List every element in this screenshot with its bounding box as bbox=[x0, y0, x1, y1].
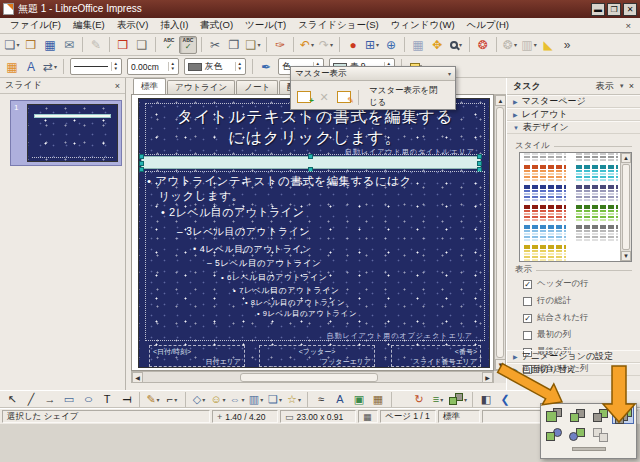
dropdown-arrow-icon[interactable]: ▾ bbox=[459, 41, 462, 48]
rename-master-button[interactable]: ✎ bbox=[335, 88, 353, 106]
checkbox-checked-icon[interactable]: ✓ bbox=[523, 314, 532, 323]
display-grid-button[interactable]: ▦ bbox=[409, 36, 427, 54]
curve-button[interactable]: ✎▾ bbox=[144, 391, 162, 407]
spinner-arrows-icon[interactable]: ▲▼ bbox=[111, 62, 118, 72]
checkbox-unchecked-icon[interactable] bbox=[523, 331, 532, 340]
slide-design-button[interactable]: ▥▾ bbox=[520, 36, 538, 54]
minimize-button[interactable]: ▬ bbox=[591, 3, 605, 16]
arrow-line-button[interactable]: → bbox=[41, 391, 59, 407]
gallery2-button[interactable]: ▦ bbox=[369, 391, 387, 407]
scroll-up-icon[interactable]: ▲ bbox=[495, 95, 506, 106]
checkbox-checked-icon[interactable]: ✓ bbox=[523, 280, 532, 289]
outline-level-3[interactable]: – 3レベル目のアウトライン bbox=[139, 225, 491, 239]
table-style-red[interactable] bbox=[524, 205, 566, 221]
table-style-slate[interactable] bbox=[576, 185, 618, 201]
table-style-blue[interactable] bbox=[524, 185, 566, 201]
checkbox-row-3[interactable]: 最初の列 bbox=[523, 329, 640, 341]
export-pdf-button[interactable]: ❒ bbox=[114, 36, 132, 54]
fill-dialog-button[interactable]: ✒ bbox=[257, 58, 275, 76]
from-file-button[interactable]: ▣ bbox=[350, 391, 368, 407]
tab-2[interactable]: ノート bbox=[236, 80, 278, 94]
checkbox-row-1[interactable]: 行の総計 bbox=[523, 295, 640, 307]
outline-level-4[interactable]: • 4レベル目のアウトライン bbox=[139, 243, 491, 256]
selection-handle[interactable] bbox=[139, 167, 144, 172]
in-front-of-object-button[interactable] bbox=[543, 425, 565, 443]
table-style-dark-gray[interactable] bbox=[576, 152, 618, 161]
connector-button[interactable]: ⌐▾ bbox=[163, 391, 181, 407]
task-section-1[interactable]: ▶レイアウト bbox=[507, 108, 640, 121]
menu-5[interactable]: ツール(T) bbox=[239, 18, 292, 33]
date-placeholder[interactable]: <日付/時刻> 日付エリア bbox=[149, 345, 245, 367]
spinner-arrows-icon[interactable]: ▲▼ bbox=[235, 62, 242, 72]
outline-level-6[interactable]: • 6レベル目のアウトライン bbox=[139, 272, 491, 283]
vertical-scrollbar[interactable]: ▲ ▼ bbox=[494, 94, 506, 371]
basic-shapes-button[interactable]: ◇▾ bbox=[190, 391, 208, 407]
horizontal-scrollbar[interactable]: ◀ ▶ bbox=[131, 371, 494, 383]
menu-0[interactable]: ファイル(F) bbox=[4, 18, 67, 33]
outline-level-8[interactable]: • 8レベル目のアウトライン bbox=[139, 298, 491, 308]
dropdown-arrow-icon[interactable]: ▾ bbox=[241, 396, 244, 403]
task-bottom-section-1[interactable]: ▶画面切り替え bbox=[507, 363, 640, 376]
save-button[interactable]: ▦ bbox=[41, 36, 59, 54]
symbol-shapes-button[interactable]: ☺▾ bbox=[209, 391, 227, 407]
checkbox-row-2[interactable]: ✓結合された行 bbox=[523, 312, 640, 324]
dropdown-arrow-icon[interactable]: ▾ bbox=[298, 396, 301, 403]
toolbar-overflow-button[interactable]: » bbox=[558, 36, 576, 54]
selection-handle[interactable] bbox=[477, 154, 482, 159]
spellcheck-button[interactable]: ABC✓ bbox=[160, 36, 178, 54]
scroll-down-icon[interactable]: ▼ bbox=[495, 359, 506, 370]
table-design-button[interactable]: ▦ bbox=[3, 58, 21, 76]
send-backward-button[interactable] bbox=[589, 406, 611, 424]
tasks-view-menu[interactable]: 表示 bbox=[596, 80, 614, 93]
dropdown-arrow-icon[interactable]: ▾ bbox=[257, 41, 260, 48]
block-arrows-button[interactable]: ⇔▾ bbox=[228, 391, 246, 407]
horizontal-scroll-thumb[interactable] bbox=[240, 373, 378, 382]
dropdown-arrow-icon[interactable]: ▾ bbox=[330, 41, 333, 48]
format-paintbrush-button[interactable]: ✑ bbox=[271, 36, 289, 54]
dropdown-arrow-icon[interactable]: ▾ bbox=[260, 396, 263, 403]
table-style-gray[interactable] bbox=[524, 152, 566, 161]
new-document-button[interactable]: ❏▾ bbox=[3, 36, 21, 54]
footer-placeholder[interactable]: <フッター> フッターエリア bbox=[259, 345, 375, 367]
print-button[interactable]: ❑ bbox=[133, 36, 151, 54]
table-style-sky[interactable] bbox=[524, 225, 566, 241]
edit-file-button[interactable]: ✎ bbox=[87, 36, 105, 54]
selected-shape[interactable] bbox=[141, 156, 481, 169]
outline-level-5[interactable]: – 5レベル目のアウトライン bbox=[139, 258, 491, 270]
new-master-button[interactable]: + bbox=[295, 88, 313, 106]
dropdown-arrow-icon[interactable]: ▾ bbox=[279, 396, 282, 403]
auto-spellcheck-button[interactable]: ABC✓ bbox=[179, 36, 197, 54]
presentation-button[interactable]: ◣ bbox=[539, 36, 557, 54]
undo-button[interactable]: ↶▾ bbox=[298, 36, 316, 54]
close-button[interactable]: ✕ bbox=[623, 3, 637, 16]
delete-master-button[interactable]: ✕ bbox=[315, 88, 333, 106]
vertical-scroll-thumb[interactable] bbox=[496, 107, 504, 358]
alignment-button[interactable]: ≡▾ bbox=[429, 391, 447, 407]
line-button[interactable]: ╱ bbox=[22, 391, 40, 407]
cut-button[interactable]: ✂ bbox=[206, 36, 224, 54]
selection-handle[interactable] bbox=[139, 161, 144, 166]
navigator-button[interactable]: ✥ bbox=[428, 36, 446, 54]
line-width-input[interactable]: 0.00cm ▲▼ bbox=[127, 58, 179, 75]
dropdown-arrow-icon[interactable]: ▾ bbox=[464, 396, 467, 403]
maximize-button[interactable]: ❒ bbox=[607, 3, 621, 16]
styles-scrollbar[interactable]: ▲ ▼ bbox=[620, 153, 631, 261]
task-section-0[interactable]: ▶マスターページ bbox=[507, 95, 640, 108]
slide-thumbnail[interactable]: 1 bbox=[10, 100, 122, 166]
dropdown-arrow-icon[interactable]: ▾ bbox=[174, 396, 177, 403]
chart-button[interactable]: ● bbox=[344, 36, 362, 54]
dropdown-arrow-icon[interactable]: ▾ bbox=[376, 41, 379, 48]
menu-6[interactable]: スライドショー(S) bbox=[292, 18, 385, 33]
checkbox-unchecked-icon[interactable] bbox=[523, 297, 532, 306]
gallery-button[interactable]: ❂ bbox=[474, 36, 492, 54]
select-button[interactable]: ↖ bbox=[3, 391, 21, 407]
bring-to-front-button[interactable] bbox=[543, 406, 565, 424]
tab-0[interactable]: 標準 bbox=[133, 78, 166, 94]
outline-level-7[interactable]: • 7レベル目のアウトライン bbox=[139, 285, 491, 296]
selection-handle[interactable] bbox=[308, 154, 313, 159]
dropdown-arrow-icon[interactable]: ▾ bbox=[514, 41, 517, 48]
send-email-button[interactable]: ✉ bbox=[60, 36, 78, 54]
table-style-orange[interactable] bbox=[524, 165, 566, 181]
menu-8[interactable]: ヘルプ(H) bbox=[461, 18, 515, 33]
reverse-button[interactable] bbox=[589, 425, 611, 443]
